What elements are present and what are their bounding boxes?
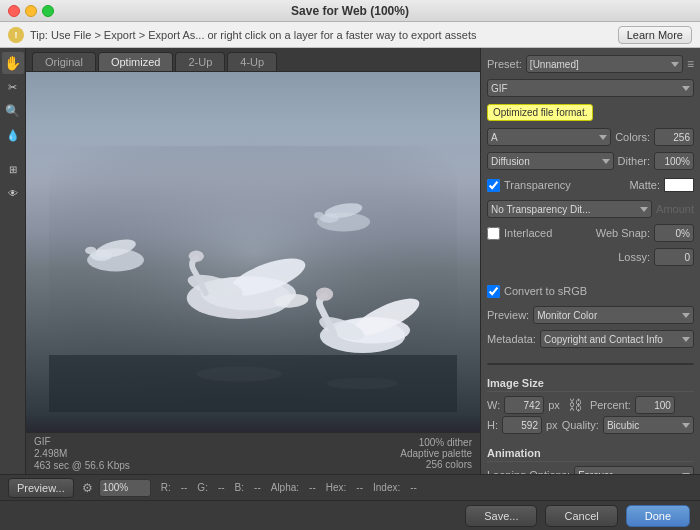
image-info-bar: GIF 2.498M 463 sec @ 56.6 Kbps 100% dith…	[26, 432, 480, 474]
tab-2up[interactable]: 2-Up	[175, 52, 225, 71]
image-dither: 100% dither	[400, 437, 472, 448]
g-value: --	[218, 482, 225, 493]
svg-rect-0	[49, 146, 458, 412]
svg-point-8	[323, 201, 363, 221]
lossy-row: Lossy:	[487, 247, 694, 267]
save-button[interactable]: Save...	[465, 505, 537, 527]
hand-tool[interactable]: ✋	[2, 52, 24, 74]
svg-point-19	[316, 312, 366, 344]
svg-point-18	[348, 291, 423, 342]
zoom-select[interactable]: 100%	[99, 479, 151, 497]
lossy-label: Lossy:	[618, 251, 650, 263]
image-info-right: 100% dither Adaptive palette 256 colors	[400, 437, 472, 470]
height-input[interactable]	[502, 416, 542, 434]
image-palette: Adaptive palette	[400, 448, 472, 459]
height-row: H: px Quality: Bicubic	[487, 415, 694, 435]
percent-input[interactable]	[635, 396, 675, 414]
metadata-label: Metadata:	[487, 333, 536, 345]
reduction-select[interactable]: A	[487, 128, 611, 146]
interlaced-checkbox[interactable]	[487, 227, 500, 240]
alpha-value: --	[309, 482, 316, 493]
tab-4up[interactable]: 4-Up	[227, 52, 277, 71]
g-label: G:	[197, 482, 208, 493]
srgb-checkbox[interactable]	[487, 285, 500, 298]
tip-bar: ! Tip: Use File > Export > Export As... …	[0, 22, 700, 48]
metadata-row: Metadata: Copyright and Contact Info	[487, 329, 694, 349]
maximize-button[interactable]	[42, 5, 54, 17]
animation-header: Animation	[487, 447, 694, 462]
matte-swatch[interactable]	[664, 178, 694, 192]
transparency-checkbox[interactable]	[487, 179, 500, 192]
cancel-button[interactable]: Cancel	[545, 505, 617, 527]
looping-row: Looping Options: Forever	[487, 465, 694, 474]
svg-point-3	[90, 250, 113, 261]
format-select[interactable]: GIF	[487, 79, 694, 97]
learn-more-button[interactable]: Learn More	[618, 26, 692, 44]
dither-select[interactable]: Diffusion	[487, 152, 614, 170]
websnap-label: Web Snap:	[596, 227, 650, 239]
transparency-dither-select[interactable]: No Transparency Dit...	[487, 200, 652, 218]
looping-select[interactable]: Forever	[574, 466, 694, 474]
svg-point-12	[225, 251, 309, 303]
title-bar: Save for Web (100%)	[0, 0, 700, 22]
lossy-input[interactable]	[654, 248, 694, 266]
percent-label: Percent:	[590, 399, 631, 411]
settings-icon[interactable]: ⚙	[82, 481, 93, 495]
preset-menu-icon[interactable]: ≡	[687, 57, 694, 71]
preview-button[interactable]: Preview...	[8, 478, 74, 498]
preview-select[interactable]: Monitor Color	[533, 306, 694, 324]
width-input[interactable]	[504, 396, 544, 414]
svg-point-20	[316, 288, 333, 301]
link-dimensions-icon[interactable]: ⛓	[568, 397, 582, 413]
visibility-toggle[interactable]: 👁	[2, 182, 24, 204]
toggle-slices[interactable]: ⊞	[2, 158, 24, 180]
colors-input[interactable]: 256	[654, 128, 694, 146]
svg-point-2	[87, 249, 144, 272]
svg-point-15	[273, 293, 308, 309]
animation-section: Animation Looping Options: Forever 1 of …	[487, 443, 694, 474]
image-area: Original Optimized 2-Up 4-Up	[26, 48, 480, 474]
websnap-input[interactable]	[654, 224, 694, 242]
done-button[interactable]: Done	[626, 505, 690, 527]
amount-label: Amount	[656, 203, 694, 215]
hex-value: --	[356, 482, 363, 493]
tab-original[interactable]: Original	[32, 52, 96, 71]
width-row: W: px ⛓ Percent:	[487, 395, 694, 415]
b-value: --	[254, 482, 261, 493]
tooltip-text: Optimized file format.	[487, 104, 593, 121]
action-buttons: Save... Cancel Done	[0, 500, 700, 530]
tab-optimized[interactable]: Optimized	[98, 52, 174, 71]
image-file-size: 2.498M	[34, 448, 130, 459]
close-button[interactable]	[8, 5, 20, 17]
looping-label: Looping Options:	[487, 469, 570, 474]
svg-point-9	[314, 212, 324, 219]
window-title: Save for Web (100%)	[291, 4, 409, 18]
slice-tool[interactable]: ✂	[2, 76, 24, 98]
zoom-tool[interactable]: 🔍	[2, 100, 24, 122]
colors-row: A Colors: 256	[487, 127, 694, 147]
image-time: 463 sec @ 56.6 Kbps	[34, 460, 130, 471]
preset-row: Preset: [Unnamed] ≡	[487, 54, 694, 74]
interlaced-label: Interlaced	[504, 227, 552, 239]
color-table-section: Color Table ≡ 256	[487, 363, 694, 365]
svg-rect-1	[49, 355, 458, 412]
svg-point-21	[196, 366, 282, 381]
color-table-header: Color Table ≡	[488, 364, 693, 365]
metadata-select[interactable]: Copyright and Contact Info	[540, 330, 694, 348]
preset-select[interactable]: [Unnamed]	[526, 55, 683, 73]
interlaced-row: Interlaced Web Snap:	[487, 223, 694, 243]
bottom-bar: Preview... ⚙ 100% R: -- G: -- B: -- Alph…	[0, 474, 700, 500]
matte-label: Matte:	[629, 179, 660, 191]
image-size-section: Image Size W: px ⛓ Percent: H: px Qualit…	[487, 373, 694, 435]
svg-point-13	[185, 270, 245, 303]
svg-point-4	[93, 236, 137, 262]
quality-select[interactable]: Bicubic	[603, 416, 694, 434]
index-value: --	[410, 482, 417, 493]
minimize-button[interactable]	[25, 5, 37, 17]
preset-label: Preset:	[487, 58, 522, 70]
tip-icon: !	[8, 27, 24, 43]
dither-input[interactable]	[654, 152, 694, 170]
preview-row: Preview: Monitor Color	[487, 305, 694, 325]
svg-point-5	[85, 247, 96, 255]
eyedropper-tool[interactable]: 💧	[2, 124, 24, 146]
